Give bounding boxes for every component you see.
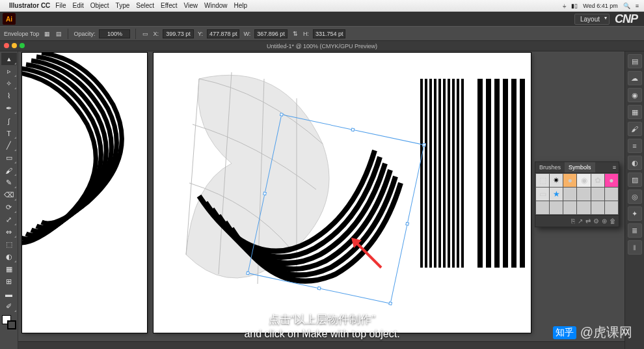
appearance-panel-icon[interactable]: ◎ xyxy=(628,189,642,204)
brushes-panel-icon[interactable]: 🖌 xyxy=(628,122,642,136)
symbol-empty xyxy=(591,188,604,201)
canvas[interactable]: ▴ xyxy=(18,51,624,349)
panel-menu-icon[interactable]: ≡ xyxy=(610,162,619,173)
layers-panel-icon[interactable]: ≣ xyxy=(628,223,642,238)
tab-brushes[interactable]: Brushes xyxy=(535,162,565,173)
direct-selection-tool[interactable]: ▹ xyxy=(1,65,17,77)
bbox-handle[interactable] xyxy=(246,272,250,275)
properties-panel-icon[interactable]: ▤ xyxy=(628,54,642,68)
delete-symbol-icon[interactable]: 🗑 xyxy=(610,217,616,225)
free-transform-tool[interactable]: ⬚ xyxy=(1,238,17,251)
paintbrush-tool[interactable]: 🖌 xyxy=(1,164,17,176)
menu-effect[interactable]: Effect xyxy=(161,2,177,9)
symbols-panel[interactable]: Brushes Symbols ≡ ⬚ ✷ ● ◉ ✿ ● ▭ ★ ⎘ ↗ ⇄ … xyxy=(535,161,619,227)
symbol-empty xyxy=(577,188,590,201)
fill-stroke-swatches[interactable] xyxy=(2,315,16,329)
bbox-handle[interactable] xyxy=(388,301,392,305)
symbol-item[interactable]: ✿ xyxy=(591,174,604,187)
stroke-panel-icon[interactable]: ≡ xyxy=(628,139,642,153)
symbol-item[interactable]: ● xyxy=(605,174,618,187)
edit-contents-icon[interactable]: ▤ xyxy=(55,30,62,38)
h-field[interactable]: 331.754 pt xyxy=(313,29,346,38)
wifi-icon[interactable]: ⏚ xyxy=(563,3,566,9)
spotlight-icon[interactable]: 🔍 xyxy=(623,3,630,9)
symbol-item[interactable]: ▭ xyxy=(536,188,549,201)
app-name[interactable]: Illustrator CC xyxy=(9,2,50,9)
x-field[interactable]: 399.73 pt xyxy=(163,29,194,38)
tab-symbols[interactable]: Symbols xyxy=(565,162,595,173)
edit-envelope-icon[interactable]: ▦ xyxy=(43,30,51,38)
scale-tool[interactable]: ⤢ xyxy=(1,214,17,226)
menu-select[interactable]: Select xyxy=(136,2,154,9)
toolbox: ▴ ▹ ✧ ⌇ ✒ ∫ T ╱ ▭ 🖌 ✎ ⌫ ⟳ ⤢ ⇔ ⬚ ◐ ▦ ⊞ ▬ … xyxy=(0,51,18,349)
bbox-handle[interactable] xyxy=(280,113,284,117)
menu-object[interactable]: Object xyxy=(90,2,109,9)
menu-window[interactable]: Window xyxy=(204,2,228,9)
battery-icon[interactable]: ▮▯ xyxy=(571,3,578,9)
lasso-tool[interactable]: ⌇ xyxy=(1,90,17,102)
workspace-layout-dropdown[interactable]: Layout xyxy=(574,14,610,25)
zoom-window-icon[interactable] xyxy=(20,43,25,48)
bbox-handle[interactable] xyxy=(405,222,409,226)
gradient-panel-icon[interactable]: ◐ xyxy=(628,156,642,170)
symbol-empty xyxy=(550,201,563,214)
swatches-panel-icon[interactable]: ▦ xyxy=(628,105,642,119)
menu-view[interactable]: View xyxy=(183,2,198,9)
transform-icon[interactable]: ▭ xyxy=(141,30,149,38)
notifications-icon[interactable]: ≡ xyxy=(636,3,639,9)
opacity-field[interactable]: 100% xyxy=(99,29,130,38)
break-link-icon[interactable]: ⇄ xyxy=(585,217,591,225)
rotate-tool[interactable]: ⟳ xyxy=(1,201,17,214)
symbol-options-icon[interactable]: ⚙ xyxy=(593,217,599,225)
bbox-handle[interactable] xyxy=(263,191,267,195)
symbol-item[interactable]: ★ xyxy=(550,188,563,201)
menu-file[interactable]: File xyxy=(55,2,66,9)
w-field[interactable]: 367.896 pt xyxy=(254,29,288,38)
align-panel-icon[interactable]: ⫴ xyxy=(628,240,642,255)
clock[interactable]: Wed 6:41 pm xyxy=(583,3,617,9)
libraries-panel-icon[interactable]: ☁ xyxy=(628,71,642,85)
pen-tool[interactable]: ✒ xyxy=(1,102,17,115)
curvature-tool[interactable]: ∫ xyxy=(1,115,17,127)
right-dock: ▤ ☁ ◉ ▦ 🖌 ≡ ◐ ▨ ◎ ✦ ≣ ⫴ xyxy=(624,51,644,349)
link-icon[interactable]: ⇅ xyxy=(291,30,299,38)
close-window-icon[interactable] xyxy=(4,43,9,48)
eraser-tool[interactable]: ⌫ xyxy=(1,189,17,201)
magic-wand-tool[interactable]: ✧ xyxy=(1,77,17,90)
rectangle-tool[interactable]: ▭ xyxy=(1,152,17,164)
new-symbol-icon[interactable]: ⊕ xyxy=(602,217,607,225)
bbox-handle[interactable] xyxy=(351,128,355,132)
menu-help[interactable]: Help xyxy=(234,2,248,9)
line-tool[interactable]: ╱ xyxy=(1,139,17,152)
symbol-item[interactable]: ◉ xyxy=(577,174,590,187)
symbol-item[interactable]: ⬚ xyxy=(536,174,549,187)
transparency-panel-icon[interactable]: ▨ xyxy=(628,173,642,187)
y-field[interactable]: 477.878 pt xyxy=(207,29,240,38)
horizontal-scrollbar[interactable] xyxy=(18,341,624,349)
graphic-styles-panel-icon[interactable]: ✦ xyxy=(628,206,642,221)
shape-builder-tool[interactable]: ◐ xyxy=(1,251,17,263)
menu-edit[interactable]: Edit xyxy=(72,2,83,9)
options-bar: Envelope Top ▦ ▤ Opacity: 100% ▭ X: 399.… xyxy=(0,26,644,41)
eyedropper-tool[interactable]: ✐ xyxy=(1,300,17,313)
gradient-tool[interactable]: ▬ xyxy=(1,288,17,300)
symbol-item[interactable]: ● xyxy=(563,174,576,187)
place-symbol-icon[interactable]: ↗ xyxy=(578,217,583,225)
symbol-libraries-icon[interactable]: ⎘ xyxy=(571,217,575,225)
pencil-tool[interactable]: ✎ xyxy=(1,176,17,189)
menu-type[interactable]: Type xyxy=(116,2,130,9)
minimize-window-icon[interactable] xyxy=(12,43,17,48)
type-tool[interactable]: T xyxy=(1,127,17,139)
perspective-grid-tool[interactable]: ▦ xyxy=(1,263,17,275)
bbox-handle[interactable] xyxy=(422,143,426,147)
selection-tool[interactable]: ▴ xyxy=(1,53,17,65)
width-tool[interactable]: ⇔ xyxy=(1,226,17,238)
document-title: Untitled-1* @ 100% (CMYK/GPU Preview) xyxy=(267,43,377,49)
cursor-icon: ▴ xyxy=(202,196,206,205)
symbol-item[interactable]: ✷ xyxy=(550,174,563,187)
cnp-logo: CNP xyxy=(615,12,637,26)
color-panel-icon[interactable]: ◉ xyxy=(628,88,642,102)
mesh-tool[interactable]: ⊞ xyxy=(1,275,17,288)
bbox-handle[interactable] xyxy=(317,286,321,290)
stroke-swatch[interactable] xyxy=(7,320,16,329)
